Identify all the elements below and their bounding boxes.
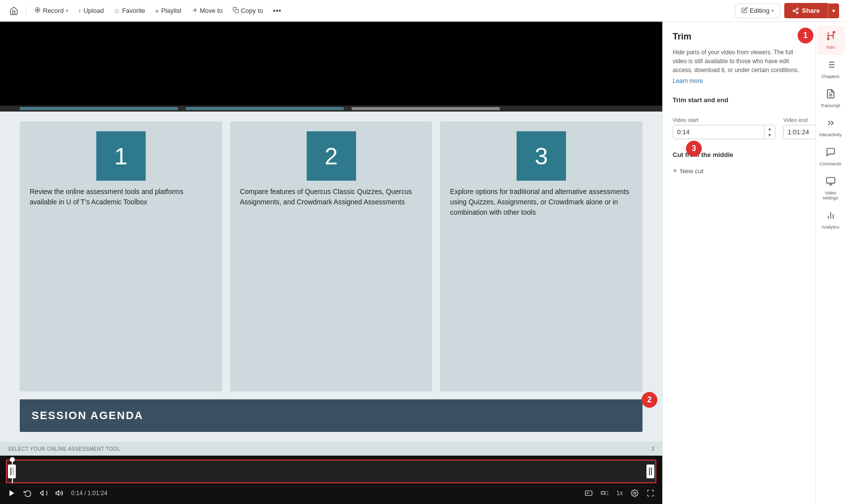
transcript-sidebar-label: Transcript: [821, 103, 841, 108]
copyto-button[interactable]: Copy to: [229, 5, 267, 17]
rewind-button[interactable]: [22, 487, 34, 499]
cut-section-title: Cut from the middle: [673, 151, 805, 158]
slide-footer-text: SELECT YOUR ONLINE ASSESSMENT TOOL: [8, 446, 120, 452]
learn-more-link[interactable]: Learn more: [673, 78, 805, 84]
svg-point-5: [797, 12, 799, 14]
timeline-bar-wrapper: [0, 456, 662, 483]
home-button[interactable]: [6, 3, 22, 19]
svg-point-1: [37, 9, 39, 11]
trim-panel: Trim Hide parts of your video from viewe…: [662, 22, 815, 504]
pencil-icon: [741, 7, 748, 15]
comments-sidebar-label: Comments: [820, 161, 842, 166]
svg-point-14: [634, 492, 636, 494]
video-start-wrapper: ▲ ▼: [673, 125, 775, 139]
moveto-icon: [191, 7, 198, 15]
settings-button[interactable]: [629, 487, 641, 499]
upload-button[interactable]: ↑ Upload: [74, 5, 108, 17]
share-label: Share: [802, 7, 820, 14]
slide-footer: SELECT YOUR ONLINE ASSESSMENT TOOL 3: [0, 442, 662, 456]
editing-button[interactable]: Editing ▾: [735, 3, 780, 18]
cards-row: 1 Review the online assessment tools and…: [20, 121, 643, 391]
record-label: Record: [43, 7, 64, 14]
card-1: 1 Review the online assessment tools and…: [20, 121, 222, 391]
transcript-icon: [826, 89, 836, 101]
record-button[interactable]: Record ▾: [30, 4, 72, 17]
svg-marker-7: [40, 491, 43, 495]
sidebar-item-chapters[interactable]: Chapters: [817, 55, 845, 84]
speed-button[interactable]: 1x: [614, 489, 625, 498]
video-player[interactable]: [0, 22, 662, 106]
sidebar-item-trim[interactable]: Trim: [817, 26, 845, 55]
playlist-label: Playlist: [161, 7, 181, 14]
editing-dropdown-icon[interactable]: ▾: [771, 8, 774, 13]
record-dropdown-icon[interactable]: ▾: [66, 8, 68, 13]
svg-rect-2: [235, 9, 239, 12]
sidebar-item-transcript[interactable]: Transcript: [817, 84, 845, 113]
favorite-button[interactable]: ☆ Favorite: [110, 5, 149, 17]
video-start-down[interactable]: ▼: [765, 132, 775, 139]
video-start-up[interactable]: ▲: [765, 126, 775, 132]
trim-icon: [826, 31, 836, 43]
video-controls: 0:14 / 1:01:24 1x: [0, 456, 662, 504]
share-dropdown-button[interactable]: ▾: [828, 3, 839, 18]
strip-2: [186, 107, 344, 110]
video-end-input[interactable]: [784, 125, 815, 139]
playlist-icon: +: [155, 7, 159, 15]
favorite-label: Favorite: [122, 7, 145, 14]
timeline-track[interactable]: [6, 460, 656, 483]
sidebar-item-video-settings[interactable]: Video settings: [817, 171, 845, 205]
right-controls: 1x: [583, 487, 656, 499]
trim-title: Trim: [673, 32, 805, 42]
video-settings-icon: [826, 176, 836, 189]
video-settings-sidebar-label: Video settings: [819, 191, 843, 200]
card-3-number: 3: [517, 131, 566, 181]
card-2-number: 2: [307, 131, 356, 181]
video-start-input[interactable]: [673, 125, 764, 139]
svg-point-15: [827, 38, 829, 39]
play-button[interactable]: [6, 487, 18, 499]
main-layout: 1 Review the online assessment tools and…: [0, 22, 845, 504]
svg-rect-13: [602, 492, 605, 494]
skip-back-button[interactable]: [38, 487, 49, 499]
slide-content: 1 Review the online assessment tools and…: [0, 112, 662, 442]
strip-3: [352, 107, 500, 110]
playhead[interactable]: [12, 460, 13, 483]
topbar-divider: [26, 6, 26, 16]
controls-row: 0:14 / 1:01:24 1x: [0, 483, 662, 504]
chapters-icon: [826, 60, 836, 72]
volume-button[interactable]: [53, 487, 65, 499]
card-3: 3 Explore options for traditional and al…: [440, 121, 643, 391]
video-start-label: Video start: [673, 117, 775, 123]
copyto-icon: [233, 7, 239, 15]
new-cut-plus-icon: +: [673, 166, 677, 175]
favorite-icon: ☆: [114, 7, 120, 15]
record-icon: [34, 6, 41, 15]
sidebar-item-interactivity[interactable]: Interactivity: [817, 113, 845, 142]
captions-button[interactable]: [583, 487, 595, 499]
new-cut-label: New cut: [680, 167, 703, 175]
card-2-text: Compare features of Quercus Classic Quiz…: [240, 187, 423, 207]
strip-1: [20, 107, 178, 110]
more-button[interactable]: •••: [269, 4, 285, 17]
moveto-button[interactable]: Move to: [187, 5, 226, 17]
sidebar-item-comments[interactable]: Comments: [817, 142, 845, 171]
time-display: 0:14 / 1:01:24: [71, 490, 107, 497]
svg-marker-6: [9, 490, 14, 496]
playlist-button[interactable]: + Playlist: [151, 5, 185, 17]
trim-description: Hide parts of your video from viewers. T…: [673, 48, 805, 75]
share-button[interactable]: Share: [784, 3, 828, 18]
fullscreen-button[interactable]: [644, 487, 656, 499]
new-cut-button[interactable]: + New cut: [673, 164, 805, 177]
sidebar-item-analytics[interactable]: Analytics: [817, 205, 845, 234]
svg-rect-28: [826, 178, 835, 184]
upload-label: Upload: [83, 7, 104, 14]
svg-point-3: [797, 8, 799, 9]
timeline-handle-right[interactable]: [646, 465, 654, 478]
topbar-right: Editing ▾ Share ▾: [735, 3, 839, 18]
moveto-label: Move to: [200, 7, 222, 14]
copyto-label: Copy to: [241, 7, 263, 14]
trim-inputs-row: Video start ▲ ▼ Video end ▲: [673, 112, 805, 139]
card-2: 2 Compare features of Quercus Classic Qu…: [230, 121, 433, 391]
fullscreen-mini-button[interactable]: [599, 487, 610, 499]
trim-section-title: Trim start and end: [673, 96, 805, 104]
